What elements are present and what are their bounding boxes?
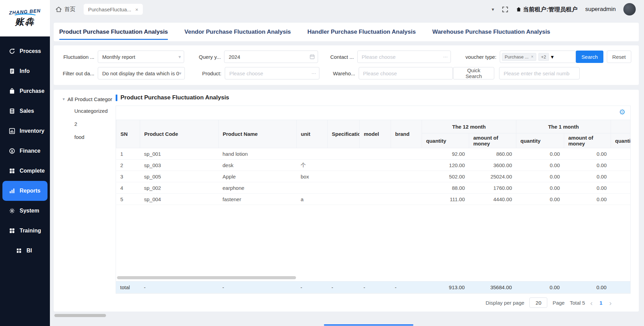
column-settings-gear-icon[interactable]: ⚙	[619, 108, 625, 116]
col-header-unit: unit	[297, 120, 328, 148]
tab-vendor-analysis[interactable]: Vendor Purchase Fluctuation Analysis	[184, 29, 291, 35]
home-breadcrumb[interactable]: 首页	[55, 6, 75, 13]
tree-item-uncategorized[interactable]: Uncategorized	[63, 104, 116, 117]
filter-row-1: Fluctuation ... Monthly report ▾ Query y…	[61, 51, 631, 63]
table-row[interactable]: 4 sp_002 earphone 88.00 1760.00 0.	[116, 182, 631, 194]
tag-close-icon[interactable]: ×	[531, 54, 534, 59]
next-page-icon[interactable]: ›	[609, 299, 612, 306]
cell-name: earphone	[219, 182, 297, 194]
fluctuation-type-select[interactable]: Monthly report ▾	[98, 51, 184, 63]
tree-item-2[interactable]: 2	[63, 117, 116, 130]
sidebar-item-label: BI	[27, 248, 32, 254]
sidebar-item-complete[interactable]: Complete	[0, 161, 50, 181]
sidebar-item-system[interactable]: System	[0, 201, 50, 221]
panel-title-row: Product Purchase Fluctuation Analysis	[116, 93, 631, 103]
cell-quantity-12: 120.00	[422, 160, 469, 171]
chevron-down-icon[interactable]: ▾	[492, 7, 494, 12]
app-root: ZHANG BEN 账犇 Process Info Purchase Sales	[0, 0, 644, 326]
sidebar-item-process[interactable]: Process	[0, 41, 50, 61]
query-year-wrap	[224, 51, 318, 63]
sidebar-item-purchase[interactable]: Purchase	[0, 81, 50, 101]
serial-number-input[interactable]	[499, 67, 580, 79]
cell-amount-1: 0.00	[564, 160, 611, 171]
filter-row-2: Filter out da... Do not display the data…	[61, 67, 631, 79]
process-icon	[9, 48, 15, 54]
col-header-product-code: Product Code	[140, 120, 219, 148]
contact-select[interactable]	[357, 51, 451, 63]
serial-wrap	[499, 67, 580, 79]
group-header-1-month: The 1 month	[516, 120, 611, 133]
prev-page-icon[interactable]: ‹	[590, 299, 593, 306]
voucher-type-select[interactable]: Purchase ... × +2 ▾	[500, 51, 576, 63]
cell-quantity-1: 0.00	[516, 160, 564, 171]
group-header-12-month: The 12 month	[422, 120, 516, 133]
tab-handler-analysis[interactable]: Handler Purchase Fluctuation Analysis	[307, 29, 416, 35]
search-button[interactable]: Search	[576, 51, 603, 63]
tree-root-all-categories[interactable]: ▾ All Product Categor	[63, 94, 116, 104]
total-model: -	[359, 282, 391, 293]
cell-brand	[391, 182, 422, 194]
cell-spec	[328, 160, 360, 171]
table-row[interactable]: 2 sp_003 desk 个 120.00 3600.00 0.00	[116, 160, 631, 171]
sidebar-item-label: Info	[20, 68, 30, 74]
query-year-input[interactable]	[224, 51, 318, 63]
training-icon	[9, 228, 15, 234]
total-code: -	[140, 282, 218, 293]
purchase-icon	[9, 88, 15, 94]
table-row[interactable]: 5 sp_004 fastener a 111.00 4440.00	[116, 194, 631, 205]
tab-product-analysis[interactable]: Product Purchase Fluctuation Analysis	[59, 29, 168, 35]
tab-warehouse-analysis[interactable]: Warehouse Purchase Fluctuation Analysis	[432, 29, 550, 35]
current-page[interactable]: 1	[598, 300, 604, 306]
sidebar-item-bi[interactable]: BI	[0, 241, 50, 261]
cell-name: desk	[219, 160, 297, 171]
quick-search-button[interactable]: Quick Search	[453, 67, 494, 79]
tree-item-food[interactable]: food	[63, 130, 116, 143]
table-row[interactable]: 3 sp_005 Apple box 502.00 25024.00	[116, 171, 631, 182]
finance-icon	[9, 148, 15, 154]
current-tenant[interactable]: 当前租户:管理员租户	[516, 6, 578, 13]
fullscreen-icon[interactable]	[502, 6, 508, 13]
col-header-model: model	[360, 120, 391, 148]
cell-code: sp_002	[140, 182, 219, 194]
contact-wrap: ⋯	[357, 51, 451, 63]
cell-unit: 个	[297, 160, 328, 171]
total-quantity-1: 0.00	[516, 282, 564, 293]
warehouse-select[interactable]	[359, 67, 453, 79]
table-row[interactable]: 1 sp_001 hand lotion 92.00 860.00	[116, 148, 631, 160]
cell-spec	[328, 171, 360, 182]
product-select[interactable]	[225, 67, 319, 79]
app-logo[interactable]: ZHANG BEN 账犇	[0, 0, 50, 36]
col-header-brand: brand	[391, 120, 422, 148]
cell-amount-12: 3600.00	[469, 160, 516, 171]
page-size-input[interactable]: 20	[529, 297, 547, 308]
sidebar-item-training[interactable]: Training	[0, 221, 50, 241]
cell-amount-1: 0.00	[564, 182, 611, 194]
close-icon[interactable]: ×	[135, 7, 138, 12]
page-horizontal-scrollbar[interactable]	[54, 314, 106, 317]
open-document-tab[interactable]: PurchaseFluctua... ×	[84, 4, 143, 15]
sidebar-item-finance[interactable]: Finance	[0, 141, 50, 161]
reset-button[interactable]: Reset	[607, 51, 631, 63]
cell-code: sp_001	[140, 148, 219, 160]
table-horizontal-scrollbar[interactable]	[117, 276, 296, 279]
sidebar-item-info[interactable]: Info	[0, 61, 50, 81]
username[interactable]: superadmin	[585, 6, 616, 13]
cell-quantity-12: 111.00	[422, 194, 469, 205]
table-body: 1 sp_001 hand lotion 92.00 860.00	[116, 148, 631, 205]
sidebar-item-label: Complete	[20, 168, 45, 174]
cell-name: hand lotion	[219, 148, 297, 160]
filter-zero-select[interactable]: Do not display the data which is 0 ▾	[98, 67, 185, 79]
cell-quantity-1: 0.00	[516, 194, 564, 205]
col-header-amount-1: amount of money	[564, 133, 611, 148]
sidebar-item-reports[interactable]: Reports	[2, 181, 47, 201]
sidebar-item-sales[interactable]: Sales	[0, 101, 50, 121]
avatar[interactable]	[623, 3, 636, 15]
sidebar-item-inventory[interactable]: Inventory	[0, 121, 50, 141]
total-partial	[611, 282, 631, 293]
total-amount-12: 35684.00	[469, 282, 516, 293]
total-name: -	[218, 282, 296, 293]
display-per-page-label: Display per page	[486, 300, 525, 306]
cell-name: fastener	[219, 194, 297, 205]
bottom-accent-bar	[324, 324, 413, 326]
cell-quantity-1: 0.00	[516, 182, 564, 194]
